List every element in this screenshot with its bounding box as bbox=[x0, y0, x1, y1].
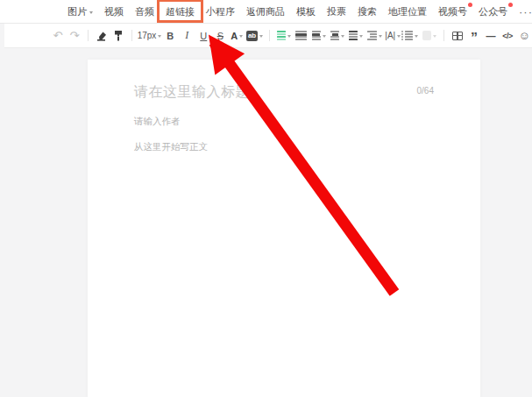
chevron-down-icon bbox=[415, 35, 418, 39]
menu-item-hyperlink[interactable]: 超链接 bbox=[166, 5, 195, 18]
preset-style-button[interactable] bbox=[421, 27, 438, 45]
menu-item-location[interactable]: 地理位置 bbox=[388, 5, 427, 18]
italic-button[interactable]: I bbox=[179, 27, 195, 45]
chevron-down-icon bbox=[259, 35, 263, 39]
format-painter-button[interactable] bbox=[110, 27, 126, 45]
author-input[interactable]: 请输入作者 bbox=[134, 116, 434, 128]
list-icon bbox=[404, 31, 413, 40]
font-color-icon: A bbox=[231, 31, 238, 41]
menu-item-label: 投票 bbox=[327, 5, 346, 18]
new-badge-dot bbox=[468, 3, 472, 7]
title-input[interactable]: 请在这里输入标题 bbox=[134, 83, 250, 102]
new-badge-dot bbox=[508, 3, 513, 7]
letter-spacing-icon: |A| bbox=[385, 31, 395, 40]
margin-icon bbox=[330, 31, 339, 40]
undo-button[interactable]: ↶ bbox=[50, 27, 66, 45]
chevron-down-icon bbox=[379, 35, 382, 39]
toolbar-separator bbox=[88, 30, 89, 41]
menu-item-audio[interactable]: 音频 bbox=[135, 5, 154, 18]
strikethrough-icon: S bbox=[217, 31, 223, 41]
text-style-button[interactable] bbox=[275, 27, 293, 45]
format-toolbar: ↶ ↷ 17px B I U S A ab bbox=[4, 24, 532, 48]
title-row: 请在这里输入标题 0/64 bbox=[134, 83, 434, 102]
text-style-icon bbox=[277, 31, 286, 40]
indent-button[interactable] bbox=[365, 27, 383, 45]
italic-icon: I bbox=[185, 29, 188, 42]
menu-item-label: 图片 bbox=[67, 5, 87, 18]
menu-item-template[interactable]: 模板 bbox=[296, 5, 316, 18]
preset-style-icon bbox=[422, 31, 431, 40]
font-size-value: 17px bbox=[138, 31, 157, 40]
format-painter-icon bbox=[113, 30, 124, 41]
underline-icon: U bbox=[200, 31, 207, 41]
menu-item-official-account[interactable]: 公众号 bbox=[479, 5, 507, 18]
chevron-down-icon bbox=[359, 35, 363, 39]
more-icon: ··· bbox=[519, 5, 532, 18]
menu-item-channels[interactable]: 视频号 bbox=[438, 5, 467, 18]
menu-item-label: 地理位置 bbox=[388, 5, 427, 18]
menu-item-miniprogram[interactable]: 小程序 bbox=[206, 5, 235, 18]
chevron-down-icon bbox=[323, 35, 326, 39]
align-center-button[interactable] bbox=[310, 27, 328, 45]
redo-icon: ↷ bbox=[70, 29, 80, 42]
chevron-down-icon bbox=[433, 35, 436, 39]
font-color-button[interactable]: A bbox=[229, 27, 245, 45]
code-block-button[interactable]: </> bbox=[500, 27, 515, 45]
editor-stage: ↶ ↷ 17px B I U S A ab bbox=[0, 24, 532, 397]
font-size-select[interactable]: 17px bbox=[138, 27, 162, 45]
bold-button[interactable]: B bbox=[162, 27, 178, 45]
eraser-icon bbox=[96, 30, 107, 41]
title-char-counter: 0/64 bbox=[417, 86, 434, 96]
chevron-down-icon bbox=[397, 35, 401, 39]
line-height-button[interactable] bbox=[347, 27, 365, 45]
table-icon bbox=[452, 32, 463, 40]
menu-item-label: 视频 bbox=[104, 5, 124, 18]
chevron-down-icon bbox=[89, 11, 93, 16]
menu-item-label: 搜索 bbox=[358, 5, 377, 18]
menu-item-label: 公众号 bbox=[479, 5, 507, 18]
menu-item-video[interactable]: 视频 bbox=[104, 5, 124, 18]
list-button[interactable] bbox=[402, 27, 420, 45]
menu-item-rebate-product[interactable]: 返佣商品 bbox=[246, 5, 285, 18]
menu-item-label: 超链接 bbox=[166, 5, 195, 18]
indent-icon bbox=[367, 31, 376, 40]
letter-spacing-button[interactable]: |A| bbox=[385, 27, 401, 45]
code-icon: </> bbox=[502, 32, 513, 40]
chevron-down-icon bbox=[239, 35, 243, 39]
insert-table-button[interactable] bbox=[450, 27, 465, 45]
highlight-color-button[interactable]: ab bbox=[245, 27, 263, 45]
emoji-icon: ☺ bbox=[518, 29, 529, 42]
highlight-icon: ab bbox=[246, 31, 258, 41]
horizontal-rule-icon: — bbox=[486, 31, 496, 41]
body-editor[interactable]: 从这里开始写正文 bbox=[134, 141, 434, 153]
blockquote-button[interactable]: ” bbox=[466, 27, 482, 45]
chevron-down-icon bbox=[158, 35, 161, 39]
insert-menu-bar: 图片 视频 音频 超链接 小程序 返佣商品 模板 投票 搜索 地理位置 视频号 … bbox=[0, 0, 532, 24]
chevron-down-icon bbox=[287, 35, 291, 39]
menu-item-label: 视频号 bbox=[438, 5, 467, 18]
emoji-button[interactable]: ☺ bbox=[516, 27, 532, 45]
align-center-icon bbox=[312, 31, 321, 40]
document-canvas: 请在这里输入标题 0/64 请输入作者 从这里开始写正文 bbox=[88, 60, 480, 397]
undo-icon: ↶ bbox=[53, 29, 63, 42]
bold-icon: B bbox=[167, 31, 174, 41]
chevron-down-icon bbox=[341, 35, 344, 39]
toolbar-separator bbox=[443, 30, 444, 41]
horizontal-rule-button[interactable]: — bbox=[483, 27, 499, 45]
margin-button[interactable] bbox=[329, 27, 346, 45]
underline-button[interactable]: U bbox=[195, 27, 211, 45]
strikethrough-button[interactable]: S bbox=[212, 27, 228, 45]
menu-item-search[interactable]: 搜索 bbox=[358, 5, 377, 18]
redo-button[interactable]: ↷ bbox=[67, 27, 82, 45]
menu-item-vote[interactable]: 投票 bbox=[327, 5, 346, 18]
menu-item-label: 返佣商品 bbox=[246, 5, 285, 18]
align-justify-button[interactable] bbox=[294, 27, 309, 45]
menu-item-more[interactable]: ··· bbox=[519, 5, 532, 18]
menu-item-label: 小程序 bbox=[206, 5, 235, 18]
toolbar-separator bbox=[131, 30, 132, 41]
quote-icon: ” bbox=[471, 36, 478, 41]
clear-format-button[interactable] bbox=[94, 27, 110, 45]
menu-item-image[interactable]: 图片 bbox=[67, 5, 93, 18]
toolbar-separator bbox=[269, 30, 270, 41]
line-height-icon bbox=[349, 31, 358, 40]
